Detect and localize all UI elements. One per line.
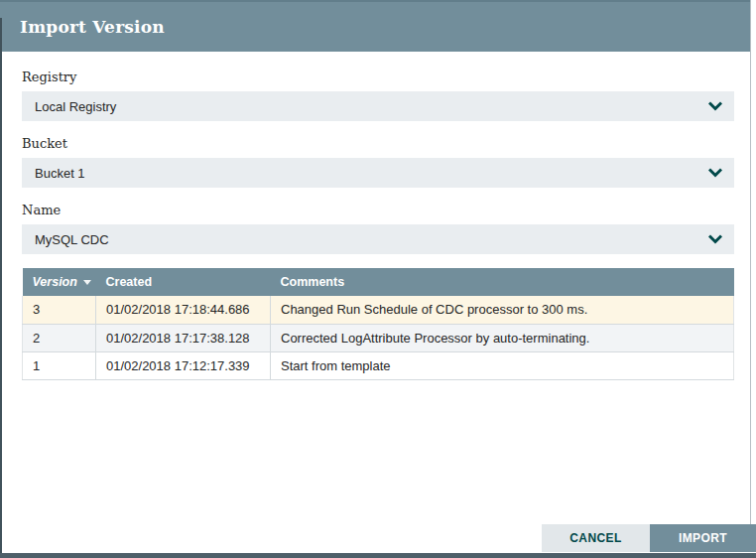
sort-descending-icon (83, 280, 91, 285)
registry-field: Registry Local Registry (22, 70, 734, 121)
table-row-version-1[interactable]: 1 01/02/2018 17:12:17.339 Start from tem… (23, 351, 734, 379)
name-field: Name MySQL CDC (22, 203, 734, 254)
canvas-edge-bottom (0, 553, 756, 558)
dialog-actions: CANCEL IMPORT (542, 524, 756, 552)
table-row-version-3[interactable]: 3 01/02/2018 17:18:44.686 Changed Run Sc… (23, 296, 734, 324)
cell-version: 3 (23, 296, 96, 324)
cell-comments: Start from template (271, 351, 734, 379)
chevron-down-icon (708, 99, 722, 113)
import-button[interactable]: IMPORT (650, 524, 756, 552)
table-header-row: Version Created Comments (23, 268, 734, 296)
cell-created: 01/02/2018 17:17:38.128 (96, 324, 271, 351)
cell-version: 2 (23, 324, 96, 351)
chevron-down-icon (708, 232, 722, 246)
canvas-edge-right (750, 0, 756, 524)
column-header-version[interactable]: Version (23, 268, 96, 296)
column-header-comments[interactable]: Comments (271, 268, 734, 296)
name-field-label: Name (22, 203, 734, 218)
registry-field-label: Registry (22, 70, 734, 85)
bucket-field: Bucket Bucket 1 (22, 136, 734, 188)
import-version-dialog: Import Version Registry Local Registry B… (0, 0, 756, 558)
cell-created: 01/02/2018 17:12:17.339 (96, 351, 271, 379)
registry-dropdown[interactable]: Local Registry (22, 91, 734, 121)
dialog-body: Registry Local Registry Bucket Bucket 1 … (0, 70, 756, 380)
canvas-edge-left (0, 18, 2, 553)
cell-version: 1 (23, 351, 96, 379)
bucket-dropdown-value: Bucket 1 (35, 166, 85, 181)
bucket-field-label: Bucket (22, 136, 734, 152)
name-dropdown[interactable]: MySQL CDC (22, 224, 734, 254)
dialog-header: Import Version (0, 0, 756, 52)
chevron-down-icon (708, 166, 722, 180)
versions-table: Version Created Comments 3 01/02/2018 17… (22, 268, 734, 380)
registry-dropdown-value: Local Registry (35, 99, 116, 114)
cancel-button[interactable]: CANCEL (542, 524, 650, 552)
column-header-created[interactable]: Created (96, 268, 271, 296)
cell-created: 01/02/2018 17:18:44.686 (96, 296, 271, 324)
table-row-version-2[interactable]: 2 01/02/2018 17:17:38.128 Corrected LogA… (23, 324, 734, 351)
name-dropdown-value: MySQL CDC (35, 232, 109, 247)
cell-comments: Changed Run Schedule of CDC processor to… (271, 296, 734, 324)
dialog-title: Import Version (20, 17, 165, 37)
cell-comments: Corrected LogAttribute Processor by auto… (271, 324, 734, 351)
bucket-dropdown[interactable]: Bucket 1 (22, 158, 734, 188)
